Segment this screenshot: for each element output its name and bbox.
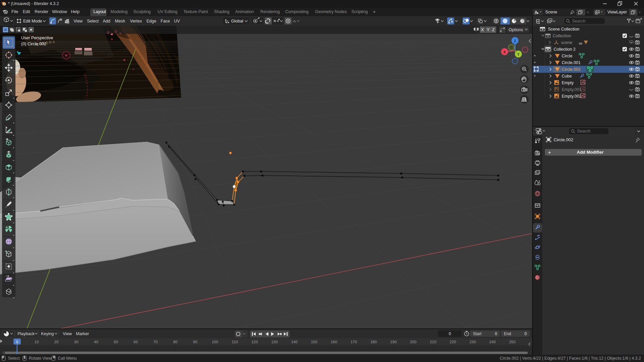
- svg-text:Vertex: Vertex: [130, 19, 142, 23]
- svg-text:220: 220: [449, 340, 456, 344]
- svg-text:Empty.002: Empty.002: [562, 94, 582, 99]
- svg-text:Keying: Keying: [41, 331, 54, 336]
- svg-text:30: 30: [74, 340, 79, 344]
- svg-text:Circle.002 | Verts:4/22 | Edge: Circle.002 | Verts:4/22 | Edges:4/27 | F…: [500, 356, 641, 361]
- svg-text:20: 20: [54, 340, 59, 344]
- svg-text:10: 10: [35, 340, 39, 344]
- svg-text:120: 120: [251, 340, 258, 344]
- svg-text:Collection: Collection: [553, 34, 571, 38]
- svg-text:230: 230: [469, 340, 476, 344]
- svg-text:Z: Z: [492, 28, 495, 32]
- svg-text:View: View: [63, 331, 72, 336]
- svg-text:0: 0: [16, 340, 18, 344]
- svg-text:140: 140: [291, 340, 297, 344]
- svg-text:Face: Face: [161, 19, 170, 23]
- svg-text:X: X: [481, 28, 484, 32]
- svg-text:Global: Global: [231, 19, 243, 23]
- svg-text:End: End: [504, 331, 511, 336]
- svg-text:Y: Y: [487, 28, 489, 32]
- svg-text:0: 0: [524, 331, 527, 336]
- svg-text:200: 200: [410, 340, 416, 344]
- svg-text:190: 190: [390, 340, 396, 344]
- svg-text:90: 90: [193, 340, 198, 344]
- svg-text:180: 180: [370, 340, 377, 344]
- svg-text:Search: Search: [572, 19, 586, 23]
- svg-text:Collection 2: Collection 2: [554, 47, 575, 52]
- svg-text:Edit Mode: Edit Mode: [23, 19, 42, 23]
- svg-text:0: 0: [449, 331, 451, 336]
- svg-text:Circle.002: Circle.002: [562, 67, 581, 72]
- svg-text:Cube: Cube: [562, 74, 572, 79]
- svg-text:160: 160: [331, 340, 337, 344]
- svg-text:UV: UV: [174, 19, 180, 23]
- svg-text:X: X: [503, 50, 506, 54]
- svg-text:170: 170: [350, 340, 357, 344]
- svg-text:Playback: Playback: [17, 331, 35, 336]
- svg-text:Mesh: Mesh: [115, 19, 125, 23]
- svg-text:scene: scene: [561, 40, 572, 45]
- svg-text:210: 210: [430, 340, 436, 344]
- svg-text:Y: Y: [517, 52, 520, 56]
- svg-text:Call Menu: Call Menu: [58, 356, 77, 361]
- svg-text:Search: Search: [577, 129, 591, 134]
- svg-text:(0) Circle.002: (0) Circle.002: [21, 42, 46, 46]
- svg-text:View: View: [74, 19, 83, 23]
- svg-text:Scene Collection: Scene Collection: [548, 27, 579, 32]
- svg-text:Select: Select: [87, 19, 99, 23]
- svg-text:Circle.001: Circle.001: [562, 60, 581, 65]
- svg-text:Rotate View: Rotate View: [29, 356, 52, 361]
- svg-text:50: 50: [114, 340, 118, 344]
- svg-text:Circle: Circle: [562, 54, 572, 58]
- svg-text:Empty.001: Empty.001: [562, 87, 582, 92]
- svg-text:0: 0: [495, 331, 497, 336]
- svg-text:Circle.002: Circle.002: [554, 137, 573, 142]
- svg-text:Marker: Marker: [76, 331, 89, 336]
- svg-text:99: 99: [579, 42, 582, 45]
- svg-text:Empty: Empty: [562, 81, 574, 85]
- svg-text:150: 150: [311, 340, 317, 344]
- svg-text:240: 240: [489, 340, 496, 344]
- svg-text:110: 110: [232, 340, 238, 344]
- svg-text:130: 130: [271, 340, 277, 344]
- svg-text:Add Modifier: Add Modifier: [577, 150, 603, 155]
- svg-text:100: 100: [212, 340, 218, 344]
- svg-text:User Perspective: User Perspective: [21, 36, 53, 40]
- svg-text:Start: Start: [473, 331, 482, 336]
- svg-text:Edge: Edge: [146, 19, 156, 23]
- svg-text:40: 40: [94, 340, 98, 344]
- svg-text:60: 60: [134, 340, 138, 344]
- svg-text:70: 70: [154, 340, 158, 344]
- svg-text:Add: Add: [103, 19, 110, 23]
- svg-text:Z: Z: [514, 39, 516, 43]
- svg-text:+: +: [548, 150, 551, 155]
- svg-text:80: 80: [173, 340, 178, 344]
- svg-text:Select: Select: [8, 356, 20, 361]
- svg-text:250: 250: [509, 340, 515, 344]
- svg-text:Options: Options: [509, 28, 523, 32]
